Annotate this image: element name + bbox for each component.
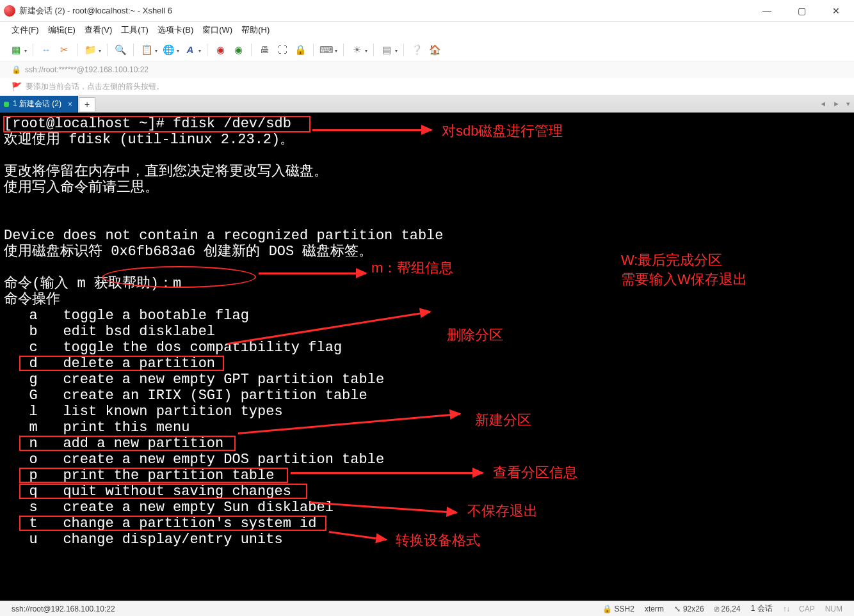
search-icon[interactable]: 🔍 [113, 43, 127, 57]
add-tab-button[interactable]: + [79, 97, 95, 111]
app-icon [4, 5, 15, 17]
dropdown-caret-icon[interactable]: ▾ [24, 48, 27, 54]
separator [343, 43, 344, 56]
flag-icon: 🚩 [12, 82, 22, 91]
status-pos: 26,24 [721, 604, 741, 613]
menu-file[interactable]: 文件(F) [12, 24, 39, 36]
term-line: 命令操作 [4, 292, 60, 308]
term-line: q quit without saving changes [4, 484, 291, 500]
term-line: c toggle the dos compatibility flag [4, 340, 342, 356]
term-line: n add a new partition [4, 436, 223, 452]
window-title: 新建会话 (2) - root@localhost:~ - Xshell 6 [19, 5, 755, 17]
addressbar: 🔒 ssh://root:******@192.168.100.10:22 [0, 61, 854, 78]
term-line: d delete a partition [4, 356, 215, 372]
menubar: 文件(F) 编辑(E) 查看(V) 工具(T) 选项卡(B) 窗口(W) 帮助(… [0, 22, 854, 38]
menu-tabs[interactable]: 选项卡(B) [157, 24, 193, 36]
home-icon[interactable]: 🏠 [428, 43, 442, 57]
separator [207, 43, 207, 56]
separator [313, 43, 314, 56]
menu-edit[interactable]: 编辑(E) [48, 24, 76, 36]
term-line: p print the partition table [4, 468, 274, 484]
separator [33, 43, 33, 56]
term-line: s create a new empty Sun disklabel [4, 500, 334, 516]
terminal[interactable]: [root@localhost ~]# fdisk /dev/sdb 欢迎使用 … [0, 113, 854, 601]
term-line: b edit bsd disklabel [4, 324, 215, 340]
tab-label: 1 新建会话 (2) [13, 99, 61, 109]
resize-icon: ⤡ [674, 604, 681, 613]
tab-list-icon[interactable]: ▾ [846, 100, 850, 108]
dropdown-caret-icon[interactable]: ▾ [395, 48, 398, 54]
session-tab[interactable]: 1 新建会话 (2) × [0, 96, 78, 113]
fullscreen-icon[interactable]: ⛶ [275, 43, 289, 57]
separator [133, 43, 134, 56]
dropdown-caret-icon[interactable]: ▾ [99, 48, 101, 54]
tab-prev-icon[interactable]: ◄ [819, 100, 826, 108]
status-address: ssh://root@192.168.100.10:22 [12, 604, 115, 613]
separator [373, 43, 374, 56]
status-num: NUM [825, 604, 842, 613]
tab-close-icon[interactable]: × [68, 100, 72, 109]
separator [403, 43, 404, 56]
close-button[interactable]: ✕ [825, 3, 848, 19]
tab-next-icon[interactable]: ► [833, 100, 840, 108]
separator [107, 43, 108, 56]
status-termtype: xterm [645, 604, 664, 613]
term-line: t change a partition's system id [4, 516, 316, 532]
tabbar: 1 新建会话 (2) × + ◄ ► ▾ [0, 96, 854, 113]
statusbar: ssh://root@192.168.100.10:22 🔒SSH2 xterm… [0, 601, 854, 616]
highlight-icon[interactable]: ☀ [350, 43, 364, 57]
lock-icon[interactable]: 🔒 [293, 43, 307, 57]
new-session-icon[interactable]: ▦ [9, 43, 23, 57]
maximize-button[interactable]: ▢ [790, 3, 813, 19]
keyboard-icon[interactable]: ⌨ [319, 43, 334, 57]
menu-help[interactable]: 帮助(H) [241, 24, 270, 36]
term-line: g create a new empty GPT partition table [4, 372, 384, 388]
dropdown-caret-icon[interactable]: ▾ [155, 48, 157, 54]
open-icon[interactable]: 📁 [83, 43, 97, 57]
status-cap: CAP [799, 604, 815, 613]
term-line: m print this menu [4, 420, 189, 436]
hint-bar: 🚩 要添加当前会话，点击左侧的箭头按钮。 [0, 78, 854, 96]
status-dot-icon [4, 102, 9, 107]
titlebar: 新建会话 (2) - root@localhost:~ - Xshell 6 —… [0, 0, 854, 22]
reconnect-icon[interactable]: ↔ [39, 43, 53, 57]
lock-status-icon: 🔒 [602, 604, 612, 613]
term-line: 命令(输入 m 获取帮助)：m [4, 276, 181, 292]
term-line: u change display/entry units [4, 532, 283, 548]
term-line: 使用磁盘标识符 0x6fb683a6 创建新的 DOS 磁盘标签。 [4, 244, 373, 260]
status-proto: SSH2 [615, 604, 634, 613]
toolbar: ▦ ▾ ↔ ✂ 📁 ▾ 🔍 📋 ▾ 🌐 ▾ A ▾ ◉ ◉ 🖶 ⛶ 🔒 ⌨ ▾ … [0, 38, 854, 61]
hint-text: 要添加当前会话，点击左侧的箭头按钮。 [26, 81, 164, 92]
term-line: l list known partition types [4, 404, 283, 420]
term-line: 使用写入命令前请三思。 [4, 180, 159, 196]
globe-icon[interactable]: 🌐 [161, 43, 175, 57]
status-sessions: 1 会话 [751, 603, 773, 614]
cursor-icon: ⎚ [714, 604, 719, 613]
term-line: G create an IRIX (SGI) partition table [4, 388, 367, 404]
menu-tools[interactable]: 工具(T) [121, 24, 149, 36]
menu-window[interactable]: 窗口(W) [202, 24, 232, 36]
font-icon[interactable]: A [183, 43, 197, 57]
minimize-button[interactable]: — [755, 3, 778, 19]
menu-view[interactable]: 查看(V) [85, 24, 112, 36]
print-icon[interactable]: 🖶 [257, 43, 271, 57]
terminal-output: [root@localhost ~]# fdisk /dev/sdb 欢迎使用 … [4, 116, 850, 548]
dropdown-caret-icon[interactable]: ▾ [335, 48, 337, 54]
copy-paste-icon[interactable]: 📋 [140, 43, 154, 57]
term-line: a toggle a bootable flag [4, 308, 249, 324]
dropdown-caret-icon[interactable]: ▾ [177, 48, 179, 54]
disconnect-icon[interactable]: ✂ [57, 43, 71, 57]
address-text[interactable]: ssh://root:******@192.168.100.10:22 [25, 65, 149, 74]
help-icon[interactable]: ❔ [410, 43, 424, 57]
xftp-icon[interactable]: ◉ [231, 43, 245, 57]
separator [251, 43, 252, 56]
layout-icon[interactable]: ▤ [380, 43, 394, 57]
separator [77, 43, 77, 56]
dropdown-caret-icon[interactable]: ▾ [198, 48, 201, 54]
dropdown-caret-icon[interactable]: ▾ [365, 48, 367, 54]
lock-small-icon: 🔒 [12, 65, 21, 74]
traffic-icon: ↑ ↓ [783, 604, 789, 613]
term-line: 欢迎使用 fdisk (util-linux 2.23.2)。 [4, 132, 294, 148]
term-line: [root@localhost ~]# fdisk /dev/sdb [4, 116, 291, 132]
xagent-icon[interactable]: ◉ [213, 43, 227, 57]
